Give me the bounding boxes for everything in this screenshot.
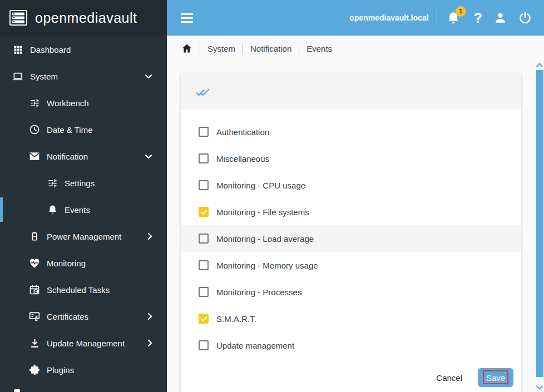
chevron-right-icon xyxy=(147,232,152,240)
sidebar-item-label: Date & Time xyxy=(47,125,93,135)
checkbox[interactable] xyxy=(199,340,209,350)
event-option-label: S.M.A.R.T. xyxy=(216,314,256,324)
user-icon[interactable] xyxy=(493,11,507,25)
topbar-divider xyxy=(437,10,437,26)
form-actions: Cancel Save xyxy=(181,359,521,387)
tune-icon xyxy=(47,177,58,188)
heart-pulse-icon xyxy=(29,257,40,269)
scrollbar-thumb[interactable] xyxy=(536,70,543,377)
event-option-label: Monitoring - CPU usage xyxy=(216,181,305,190)
scrollbar[interactable] xyxy=(535,36,544,392)
sidebar-item-events[interactable]: Events xyxy=(0,196,167,223)
sidebar-item-label: Certificates xyxy=(47,312,88,321)
event-option-label: Miscellaneous xyxy=(216,154,269,163)
nas-logo-icon xyxy=(9,9,28,26)
scroll-up-icon[interactable] xyxy=(536,60,543,70)
sidebar-item-system[interactable]: System xyxy=(0,63,167,90)
mail-icon xyxy=(29,151,40,162)
openmediavault-window: openmediavault Dashboard System xyxy=(0,0,544,392)
sidebar-item-label: Monitoring xyxy=(47,259,86,268)
breadcrumb-item-notification[interactable]: Notification xyxy=(250,44,291,53)
event-option-label: Monitoring - Processes xyxy=(216,287,301,297)
sidebar-item-label: Update Management xyxy=(47,339,125,348)
partial-next-item-icon xyxy=(14,389,20,392)
sidebar-item-label: Plugins xyxy=(47,365,74,375)
clock-icon xyxy=(29,124,40,135)
home-icon[interactable] xyxy=(181,43,192,54)
bell-icon xyxy=(47,204,58,215)
sidebar-item-power-management[interactable]: Power Management xyxy=(0,223,167,250)
sidebar-item-label: Settings xyxy=(65,178,95,188)
sidebar-item-certificates[interactable]: Certificates xyxy=(0,303,167,330)
sidebar-item-label: Notification xyxy=(47,152,88,161)
laptop-icon xyxy=(12,71,23,82)
breadcrumb-separator xyxy=(299,43,299,54)
event-options-list: Authentication Miscellaneous Monitoring … xyxy=(181,110,521,359)
sidebar-item-label: Power Management xyxy=(47,232,121,241)
sidebar-item-scheduled-tasks[interactable]: Scheduled Tasks xyxy=(0,276,167,303)
sidebar-item-label: Scheduled Tasks xyxy=(47,285,110,295)
breadcrumb-item-events[interactable]: Events xyxy=(306,44,332,53)
event-option-row[interactable]: Monitoring - Load average xyxy=(181,225,521,252)
sidebar-item-settings[interactable]: Settings xyxy=(0,170,167,196)
save-button-label: Save xyxy=(486,373,505,383)
event-option-row[interactable]: Monitoring - File systems xyxy=(181,199,521,225)
menu-toggle-icon[interactable] xyxy=(181,13,193,23)
topbar: openmediavault.local 1 ? xyxy=(167,0,544,36)
checkbox[interactable] xyxy=(199,314,209,324)
event-option-row[interactable]: Miscellaneous xyxy=(181,145,521,172)
checkbox[interactable] xyxy=(199,260,209,270)
breadcrumb-separator xyxy=(243,43,243,54)
event-option-label: Authentication xyxy=(216,127,269,137)
checkbox[interactable] xyxy=(199,207,209,217)
sidebar-item-date-time[interactable]: Date & Time xyxy=(0,116,167,143)
power-icon[interactable] xyxy=(518,11,532,24)
cancel-button[interactable]: Cancel xyxy=(429,370,469,386)
sidebar-nav: Dashboard System Workbench xyxy=(0,36,167,383)
event-option-row[interactable]: S.M.A.R.T. xyxy=(181,305,521,332)
event-option-row[interactable]: Authentication xyxy=(181,118,521,145)
event-option-row[interactable]: Update management xyxy=(181,332,521,359)
checkbox[interactable] xyxy=(199,180,209,190)
events-panel: Authentication Miscellaneous Monitoring … xyxy=(181,73,521,392)
event-option-row[interactable]: Monitoring - CPU usage xyxy=(181,172,521,199)
checkbox[interactable] xyxy=(199,287,209,297)
checkbox[interactable] xyxy=(199,234,209,244)
download-icon xyxy=(29,338,40,349)
chevron-down-icon xyxy=(145,154,152,159)
scroll-down-icon[interactable] xyxy=(536,383,543,392)
app-logo[interactable]: openmediavault xyxy=(0,0,167,36)
events-panel-header xyxy=(181,73,521,110)
done-all-icon[interactable] xyxy=(195,86,210,98)
sidebar-item-monitoring[interactable]: Monitoring xyxy=(0,250,167,276)
event-option-label: Monitoring - Load average xyxy=(216,234,314,244)
hostname-label: openmediavault.local xyxy=(349,13,428,22)
sidebar-item-dashboard[interactable]: Dashboard xyxy=(0,36,167,63)
calendar-clock-icon xyxy=(29,284,40,295)
event-option-row[interactable]: Monitoring - Memory usage xyxy=(181,252,521,279)
sidebar-item-label: Events xyxy=(65,205,90,215)
checkbox[interactable] xyxy=(199,127,209,137)
event-option-label: Monitoring - File systems xyxy=(216,207,309,217)
chevron-right-icon xyxy=(147,312,152,320)
apps-grid-icon xyxy=(12,44,23,55)
sidebar-item-plugins[interactable]: Plugins xyxy=(0,356,167,383)
active-item-indicator xyxy=(0,197,3,222)
breadcrumb-item-system[interactable]: System xyxy=(207,44,235,53)
event-option-label: Update management xyxy=(216,341,294,350)
sidebar-item-label: Workbench xyxy=(47,98,89,108)
battery-icon xyxy=(29,231,40,242)
help-icon[interactable]: ? xyxy=(474,11,482,25)
breadcrumb-separator xyxy=(200,43,200,54)
chevron-right-icon xyxy=(147,339,152,347)
sidebar-item-notification[interactable]: Notification xyxy=(0,143,167,170)
event-option-row[interactable]: Monitoring - Processes xyxy=(181,279,521,305)
sidebar-item-workbench[interactable]: Workbench xyxy=(0,90,167,116)
sidebar-item-update-management[interactable]: Update Management xyxy=(0,330,167,356)
sidebar-item-label: System xyxy=(30,72,58,81)
tune-icon xyxy=(29,97,40,108)
save-button[interactable]: Save xyxy=(478,368,513,387)
checkbox[interactable] xyxy=(199,153,209,163)
chevron-down-icon xyxy=(145,74,152,79)
notifications-bell-icon[interactable]: 1 xyxy=(446,11,461,26)
